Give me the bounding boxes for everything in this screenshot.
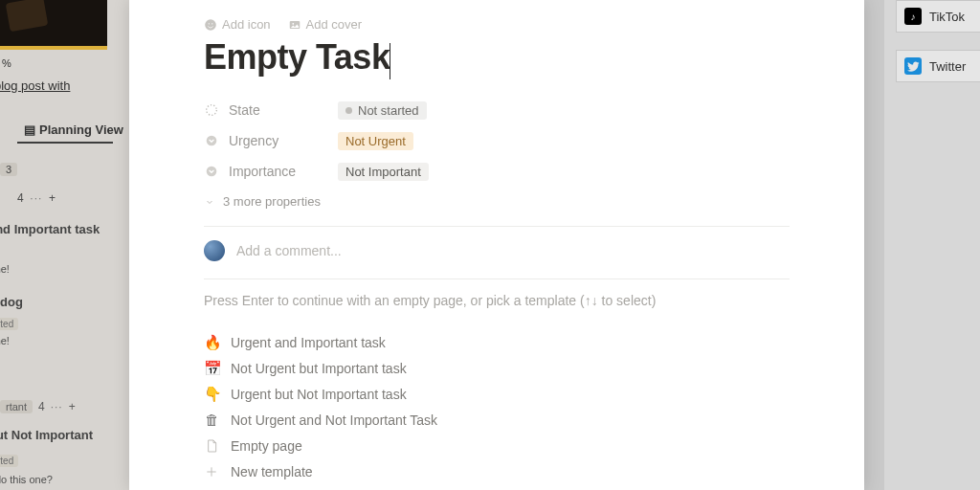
background-count-pill: 3: [0, 163, 17, 176]
template-list: 🔥 Urgent and Important task 📅 Not Urgent…: [204, 329, 790, 484]
state-label: State: [229, 102, 260, 118]
template-label: New template: [231, 464, 313, 479]
property-row-state[interactable]: State Not started: [204, 95, 790, 125]
background-planning-view: ▤Planning View: [24, 122, 123, 137]
template-label: Not Urgent and Not Important Task: [231, 412, 437, 428]
svg-point-6: [207, 136, 217, 146]
text-caret: [390, 43, 390, 79]
chevron-down-icon: [204, 196, 215, 208]
twitter-icon: [904, 57, 922, 75]
background-blog-text: nd a blog post with: [0, 78, 70, 93]
background-card2-title: dog: [0, 295, 23, 309]
background-card3-title: t but Not Important: [0, 428, 93, 442]
point-down-icon: 👇: [204, 386, 219, 403]
background-planning-underline: [17, 142, 113, 144]
background-card1-sub: om this one!: [0, 263, 10, 275]
trash-icon: 🗑: [204, 412, 219, 428]
tiktok-icon: ♪: [904, 8, 922, 25]
urgency-value: Not Urgent: [338, 132, 413, 150]
importance-value: Not Important: [338, 163, 429, 181]
more-properties-button[interactable]: 3 more properties: [204, 194, 790, 209]
template-empty-page[interactable]: Empty page: [204, 433, 790, 458]
status-icon: [204, 102, 219, 118]
add-icon-label: Add icon: [222, 17, 271, 32]
template-urgent-not-important[interactable]: 👇 Urgent but Not Important task: [204, 381, 790, 407]
background-card3-sub: meone else do this one?: [0, 474, 53, 485]
emoji-icon: [204, 18, 217, 32]
property-row-urgency[interactable]: Urgency Not Urgent: [204, 125, 790, 156]
divider: [204, 226, 790, 227]
svg-point-2: [212, 23, 212, 24]
template-label: Not Urgent but Important task: [231, 361, 407, 376]
svg-point-5: [207, 105, 217, 116]
more-properties-label: 3 more properties: [223, 194, 321, 209]
background-header-image: [0, 0, 107, 50]
background-group2: rtant 4 ··· +: [0, 400, 76, 413]
template-not-urgent-important[interactable]: 📅 Not Urgent but Important task: [204, 355, 790, 381]
template-urgent-important[interactable]: 🔥 Urgent and Important task: [204, 329, 790, 355]
comment-placeholder: Add a comment...: [236, 243, 342, 258]
svg-point-1: [209, 23, 210, 24]
background-group1: 4 ··· +: [17, 191, 56, 205]
fire-icon: 🔥: [204, 334, 219, 351]
page-title[interactable]: Empty Task: [204, 37, 390, 78]
background-card2-tag: rted: [0, 318, 18, 330]
importance-label: Importance: [229, 164, 296, 179]
add-cover-button[interactable]: Add cover: [288, 17, 363, 32]
svg-point-4: [292, 22, 294, 24]
template-label: Empty page: [231, 438, 302, 454]
avatar: [204, 240, 225, 261]
background-card1-title: t and Important task: [0, 222, 100, 236]
comment-input[interactable]: Add a comment...: [204, 240, 790, 261]
add-icon-button[interactable]: Add icon: [204, 17, 271, 32]
template-new-template[interactable]: New template: [204, 458, 790, 484]
background-card3-tag: rted: [0, 455, 18, 467]
template-hint: Press Enter to continue with an empty pa…: [204, 293, 790, 308]
background-left-column: % nd a blog post with ▤Planning View 3 4…: [0, 0, 129, 490]
image-icon: [288, 18, 301, 32]
background-social-twitter: Twitter: [896, 50, 980, 82]
divider: [204, 278, 790, 279]
plus-icon: [204, 464, 219, 479]
property-row-importance[interactable]: Importance Not Important: [204, 156, 790, 187]
page-modal: Add icon Add cover Empty Task State Not …: [129, 0, 864, 490]
svg-point-0: [205, 19, 216, 31]
add-cover-label: Add cover: [306, 17, 363, 32]
background-social-tiktok: ♪ TikTok: [896, 0, 980, 33]
urgency-label: Urgency: [229, 133, 278, 148]
state-value: Not started: [358, 103, 419, 118]
background-right-column: ♪ TikTok Twitter: [884, 0, 980, 490]
template-label: Urgent and Important task: [231, 335, 386, 350]
background-percent: %: [2, 57, 11, 69]
select-icon: [204, 164, 219, 179]
select-icon: [204, 133, 219, 148]
page-icon: [204, 438, 219, 454]
background-card2-sub: om this one!: [0, 335, 10, 346]
template-label: Urgent but Not Important task: [231, 387, 407, 402]
calendar-icon: 📅: [204, 360, 219, 377]
template-not-urgent-not-important[interactable]: 🗑 Not Urgent and Not Important Task: [204, 407, 790, 433]
svg-point-7: [207, 167, 217, 177]
